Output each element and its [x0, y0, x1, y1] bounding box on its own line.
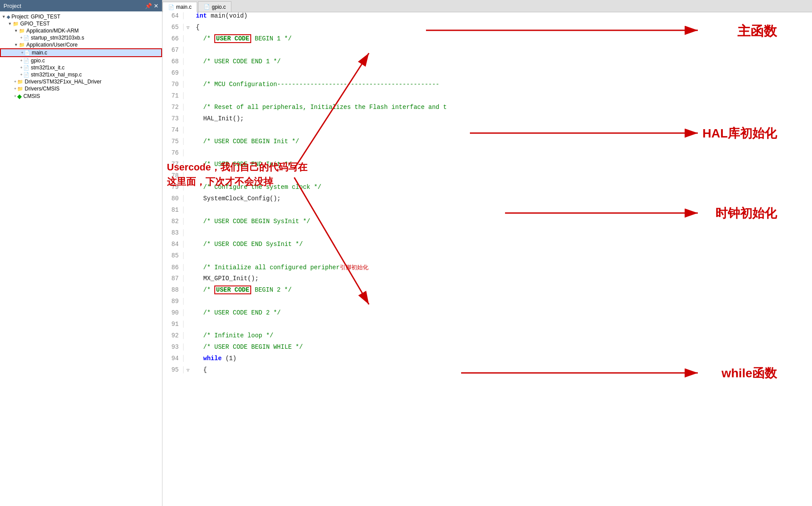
line-number-66: 66	[162, 35, 184, 42]
code-line-89: 89	[162, 298, 812, 309]
code-line-74: 74	[162, 126, 812, 138]
tree-item-project-root[interactable]: ▼◆Project: GPIO_TEST	[0, 13, 162, 20]
code-line-65: 65▽{	[162, 24, 812, 35]
line-content-86: /* Initialize all configured peripher引脚初…	[192, 264, 812, 271]
expand-icon[interactable]: ▼	[14, 29, 18, 33]
line-number-92: 92	[162, 332, 184, 339]
code-line-87: 87 MX_GPIO_Init();	[162, 275, 812, 286]
tree-label: Drivers/CMSIS	[25, 86, 59, 92]
line-number-80: 80	[162, 195, 184, 202]
expand-icon[interactable]: +	[14, 80, 16, 84]
tree-label: Drivers/STM32F1xx_HAL_Driver	[25, 79, 101, 85]
line-number-89: 89	[162, 298, 184, 305]
code-line-92: 92 /* Infinite loop */	[162, 332, 812, 343]
line-number-88: 88	[162, 286, 184, 293]
line-content-84: /* USER CODE END SysInit */	[192, 241, 812, 248]
code-line-80: 80 SystemClock_Config();	[162, 195, 812, 206]
tree-item-startup[interactable]: +📄startup_stm32f103xb.s	[0, 34, 162, 41]
tab-gpio-c-tab[interactable]: 📄gpio.c	[198, 1, 231, 12]
line-number-82: 82	[162, 218, 184, 225]
tree-label: CMSIS	[23, 93, 40, 99]
expand-icon[interactable]: +	[21, 51, 23, 55]
code-line-81: 81	[162, 206, 812, 218]
tree-item-stm32-hal[interactable]: +📄stm32f1xx_hal_msp.c	[0, 71, 162, 78]
tab-main-c-tab[interactable]: 📄main.c	[162, 2, 197, 12]
expand-icon[interactable]: +	[14, 94, 16, 98]
tree-item-stm32-it[interactable]: +📄stm32f1xx_it.c	[0, 64, 162, 71]
expand-icon[interactable]: ▼	[2, 14, 6, 19]
tree-item-drivers-hal[interactable]: +📁Drivers/STM32F1xx_HAL_Driver	[0, 78, 162, 85]
line-number-67: 67	[162, 47, 184, 54]
code-editor[interactable]: 64int main(void)65▽{66 /* USER CODE BEGI…	[162, 12, 812, 506]
code-lines-container: 64int main(void)65▽{66 /* USER CODE BEGI…	[162, 12, 812, 378]
code-line-64: 64int main(void)	[162, 12, 812, 24]
line-content-95: {	[192, 366, 812, 373]
code-line-76: 76	[162, 149, 812, 161]
line-content-65: {	[192, 24, 812, 31]
tree-item-app-user[interactable]: ▼📁Application/User/Core	[0, 41, 162, 48]
line-number-64: 64	[162, 12, 184, 19]
code-line-94: 94 while (1)	[162, 355, 812, 366]
code-line-72: 72 /* Reset of all peripherals, Initiali…	[162, 104, 812, 115]
code-line-83: 83	[162, 229, 812, 241]
sidebar-header-icons: 📌 ✕	[145, 3, 159, 9]
line-number-81: 81	[162, 206, 184, 213]
tree-item-app-mdk[interactable]: ▼📁Application/MDK-ARM	[0, 27, 162, 34]
code-line-82: 82 /* USER CODE BEGIN SysInit */	[162, 218, 812, 229]
line-number-69: 69	[162, 69, 184, 76]
code-line-70: 70 /* MCU Configuration-----------------…	[162, 81, 812, 92]
tree-label: gpio.c	[31, 58, 45, 64]
line-number-76: 76	[162, 149, 184, 156]
tab-label: main.c	[176, 4, 191, 10]
code-line-86: 86 /* Initialize all configured peripher…	[162, 264, 812, 275]
line-number-77: 77	[162, 161, 184, 168]
tree-item-gpio-test[interactable]: ▼📁GPIO_TEST	[0, 20, 162, 27]
sidebar-header: Project 📌 ✕	[0, 0, 162, 11]
line-number-93: 93	[162, 343, 184, 351]
expand-icon[interactable]: +	[20, 72, 22, 77]
code-line-73: 73 HAL_Init();	[162, 115, 812, 126]
code-line-78: 78	[162, 172, 812, 184]
tree-label: startup_stm32f103xb.s	[31, 35, 84, 41]
code-line-67: 67	[162, 47, 812, 58]
sidebar: Project 📌 ✕ ▼◆Project: GPIO_TEST▼📁GPIO_T…	[0, 0, 162, 506]
line-gutter-65: ▽	[184, 25, 192, 30]
tree-item-gpio-c[interactable]: +📄gpio.c	[0, 57, 162, 64]
line-content-79: /* Configure the system clock */	[192, 184, 812, 191]
expand-icon[interactable]: +	[20, 36, 22, 40]
line-content-75: /* USER CODE BEGIN Init */	[192, 138, 812, 145]
tree-item-main-c[interactable]: +📄main.c	[0, 48, 162, 57]
line-content-82: /* USER CODE BEGIN SysInit */	[192, 218, 812, 225]
close-icon[interactable]: ✕	[154, 3, 159, 9]
tree-label: Project: GPIO_TEST	[11, 14, 60, 20]
expand-icon[interactable]: +	[20, 58, 22, 63]
line-content-80: SystemClock_Config();	[192, 195, 812, 202]
line-number-78: 78	[162, 172, 184, 179]
expand-icon[interactable]: ▼	[14, 43, 18, 47]
code-line-75: 75 /* USER CODE BEGIN Init */	[162, 138, 812, 149]
tree-item-cmsis[interactable]: +◆CMSIS	[0, 92, 162, 100]
line-number-85: 85	[162, 252, 184, 259]
line-content-88: /* USER CODE BEGIN 2 */	[192, 286, 812, 293]
tab-icon: 📄	[168, 4, 174, 10]
code-line-79: 79 /* Configure the system clock */	[162, 184, 812, 195]
expand-icon[interactable]: +	[14, 87, 16, 91]
code-line-69: 69	[162, 69, 812, 81]
sidebar-title: Project	[4, 3, 21, 9]
tree-item-drivers-cmsis[interactable]: +📁Drivers/CMSIS	[0, 85, 162, 92]
line-number-75: 75	[162, 138, 184, 145]
line-content-73: HAL_Init();	[192, 115, 812, 122]
tree-label: main.c	[32, 50, 47, 56]
code-line-90: 90 /* USER CODE END 2 */	[162, 309, 812, 321]
line-number-83: 83	[162, 229, 184, 236]
tree-label: stm32f1xx_hal_msp.c	[31, 72, 82, 78]
expand-icon[interactable]: +	[20, 65, 22, 70]
line-content-92: /* Infinite loop */	[192, 332, 812, 339]
pin-icon[interactable]: 📌	[145, 3, 152, 9]
code-line-71: 71	[162, 92, 812, 104]
code-line-88: 88 /* USER CODE BEGIN 2 */	[162, 286, 812, 298]
project-tree: ▼◆Project: GPIO_TEST▼📁GPIO_TEST▼📁Applica…	[0, 11, 162, 506]
line-content-64: int main(void)	[192, 12, 812, 19]
line-number-73: 73	[162, 115, 184, 122]
expand-icon[interactable]: ▼	[8, 22, 12, 26]
